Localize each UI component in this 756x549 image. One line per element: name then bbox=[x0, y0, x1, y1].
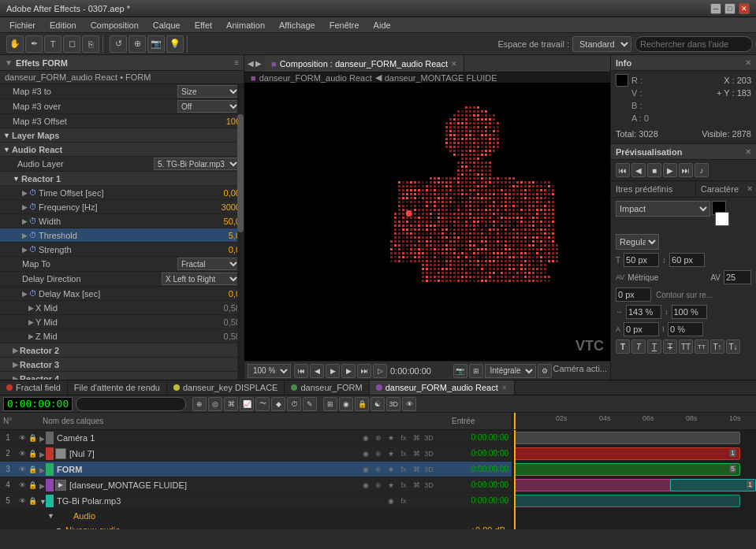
delay-dir-select[interactable]: X Left to Right bbox=[162, 273, 240, 285]
map3-over-select[interactable]: Off bbox=[177, 100, 240, 113]
strikethrough-button[interactable]: T bbox=[663, 339, 677, 354]
ram-preview-btn[interactable]: ▷ bbox=[373, 364, 387, 378]
tl-stopwatch[interactable]: ⏱ bbox=[287, 397, 301, 411]
tl-hide[interactable]: 👁 bbox=[402, 397, 416, 411]
workspace-select[interactable]: Standard bbox=[572, 36, 631, 52]
delay-max-triangle[interactable]: ▶ bbox=[22, 290, 28, 298]
help-search-input[interactable] bbox=[635, 36, 753, 52]
go-end-btn[interactable]: ⏭ bbox=[357, 364, 371, 378]
reactor3-section[interactable]: ▶ Reactor 3 bbox=[0, 358, 244, 372]
sw3-motion[interactable]: ⌘ bbox=[411, 464, 422, 475]
layer-4-eye[interactable]: 👁 bbox=[19, 481, 27, 489]
tl-solo[interactable]: ◎ bbox=[208, 397, 222, 411]
prev-audio[interactable]: ♪ bbox=[695, 163, 709, 177]
layer-row-3[interactable]: 3 👁 🔒 ▶ FORM ◉ ⊕ ★ fx ⌘ 3D 0:00:00:00 bbox=[0, 462, 512, 477]
reactor4-triangle[interactable]: ▶ bbox=[13, 375, 18, 380]
color-preview[interactable] bbox=[616, 74, 628, 87]
map3-to-row[interactable]: Map #3 to Size bbox=[0, 84, 244, 99]
layer-3-lock[interactable]: 🔒 bbox=[28, 466, 36, 473]
font-style-select[interactable]: Regular bbox=[616, 234, 659, 250]
layer-5-eye[interactable]: 👁 bbox=[19, 497, 27, 505]
baseline-input[interactable] bbox=[624, 322, 659, 336]
sw4-shy[interactable]: ◉ bbox=[360, 480, 371, 491]
tl-curves[interactable]: 〜 bbox=[255, 397, 270, 411]
ymid-value[interactable]: 0,58 bbox=[209, 317, 240, 327]
tl-graph[interactable]: 📈 bbox=[240, 397, 254, 411]
delay-max-row[interactable]: ▶ ⏱ Delay Max [sec] 0,0 bbox=[0, 287, 244, 301]
italic-button[interactable]: T bbox=[631, 339, 646, 354]
sw3-effect[interactable]: fx bbox=[398, 464, 409, 475]
menu-effet[interactable]: Effet bbox=[188, 19, 218, 32]
reactor4-section[interactable]: ▶ Reactor 4 bbox=[0, 372, 244, 380]
layer-4-expand[interactable]: ▶ bbox=[39, 480, 46, 490]
map-to-row[interactable]: Map To Fractal bbox=[0, 257, 244, 272]
next-frame-btn[interactable]: ▶ bbox=[341, 364, 356, 378]
reactor2-section[interactable]: ▶ Reactor 2 bbox=[0, 343, 244, 358]
reactor1-section[interactable]: ▼ Reactor 1 bbox=[0, 172, 244, 186]
menu-aide[interactable]: Aide bbox=[367, 19, 397, 32]
grid-btn[interactable]: ⊞ bbox=[469, 364, 483, 378]
tool-shape[interactable]: ◻ bbox=[63, 35, 80, 53]
sw-cont[interactable]: ⊕ bbox=[373, 432, 384, 443]
freq-value[interactable]: 3000 bbox=[209, 202, 240, 212]
tool-rotate[interactable]: ↺ bbox=[110, 35, 127, 53]
threshold-value[interactable]: 5,0 bbox=[209, 231, 240, 240]
menu-affichage[interactable]: Affichage bbox=[273, 19, 322, 32]
reactor3-triangle[interactable]: ▶ bbox=[13, 361, 18, 369]
scale-h-input[interactable] bbox=[626, 305, 661, 319]
sw-shy[interactable]: ◉ bbox=[360, 432, 371, 443]
layer-4-lock[interactable]: 🔒 bbox=[28, 481, 36, 489]
prev-next-frame[interactable]: ▶ bbox=[663, 163, 677, 177]
tab-displace[interactable]: danseur_key DISPLACE bbox=[167, 380, 285, 395]
bg-color-swatch[interactable] bbox=[715, 212, 729, 226]
camera-icon-btn[interactable]: 📷 bbox=[453, 364, 467, 378]
sw3-cont[interactable]: ⊕ bbox=[373, 464, 384, 475]
width-row[interactable]: ▶ ⏱ Width 50,0 bbox=[0, 214, 244, 228]
xmid-value[interactable]: 0,58 bbox=[209, 303, 240, 313]
layer-2-expand[interactable]: ▶ bbox=[39, 449, 46, 458]
time-offset-triangle[interactable]: ▶ bbox=[22, 189, 28, 197]
tool-text[interactable]: T bbox=[44, 35, 61, 53]
strength-value[interactable]: 0,0 bbox=[209, 245, 240, 254]
tl-keyframe[interactable]: ◆ bbox=[271, 397, 285, 411]
effects-scrollbar-thumb[interactable] bbox=[237, 114, 244, 232]
tl-motion[interactable]: ⌘ bbox=[224, 397, 238, 411]
sw4-motion[interactable]: ⌘ bbox=[411, 480, 422, 491]
sw4-3d[interactable]: 3D bbox=[423, 480, 434, 491]
tl-switches[interactable]: ⊞ bbox=[323, 397, 337, 411]
xmid-row[interactable]: ▶ X Mid 0,58 bbox=[0, 301, 244, 315]
audio-layer-select[interactable]: 5. TG-Bi Polar.mp3 bbox=[154, 158, 240, 170]
sw2-motion[interactable]: ⌘ bbox=[411, 448, 422, 459]
tab-audio-react[interactable]: danseur_FORM_audio React ✕ bbox=[370, 380, 515, 395]
threshold-stopwatch[interactable]: ⏱ bbox=[29, 231, 37, 239]
width-stopwatch[interactable]: ⏱ bbox=[29, 217, 37, 225]
layer-3-expand[interactable]: ▶ bbox=[39, 465, 46, 474]
sw-effect[interactable]: fx bbox=[398, 432, 409, 443]
font-size-input[interactable] bbox=[624, 253, 659, 267]
prev-stop[interactable]: ■ bbox=[647, 163, 661, 177]
leading-input[interactable] bbox=[669, 253, 705, 267]
zmid-row[interactable]: ▶ Z Mid 0,58 bbox=[0, 329, 244, 343]
underline-button[interactable]: T bbox=[647, 339, 661, 354]
layer-maps-triangle[interactable]: ▼ bbox=[3, 132, 10, 139]
map3-to-select[interactable]: Size bbox=[177, 85, 240, 98]
tool-pen[interactable]: ✒ bbox=[25, 35, 43, 53]
tl-lock[interactable]: 🔒 bbox=[355, 397, 369, 411]
menu-animation[interactable]: Animation bbox=[220, 19, 271, 32]
super-button[interactable]: T↑ bbox=[710, 339, 724, 354]
tracking-input[interactable] bbox=[724, 270, 751, 284]
tab-audio-react-close[interactable]: ✕ bbox=[501, 384, 508, 391]
scale-v-input[interactable] bbox=[672, 305, 707, 319]
layer-5-lock[interactable]: 🔒 bbox=[28, 497, 36, 505]
ymid-row[interactable]: ▶ Y Mid 0,58 bbox=[0, 315, 244, 329]
menu-fenetre[interactable]: Fenêtre bbox=[323, 19, 366, 32]
go-start-btn[interactable]: ⏮ bbox=[294, 364, 308, 378]
prev-prev-frame[interactable]: ◀ bbox=[631, 163, 646, 177]
strength-stopwatch[interactable]: ⏱ bbox=[29, 245, 37, 254]
map-to-select[interactable]: Fractal bbox=[177, 258, 240, 270]
breadcrumb-1[interactable]: danseur_FORM_audio React bbox=[259, 73, 372, 83]
delay-max-stopwatch[interactable]: ⏱ bbox=[29, 289, 37, 298]
comp-tab-close[interactable]: ✕ bbox=[451, 60, 457, 68]
threshold-row[interactable]: ▶ ⏱ Threshold 5,0 bbox=[0, 228, 244, 243]
audio-layer-row[interactable]: Audio Layer 5. TG-Bi Polar.mp3 bbox=[0, 157, 244, 172]
